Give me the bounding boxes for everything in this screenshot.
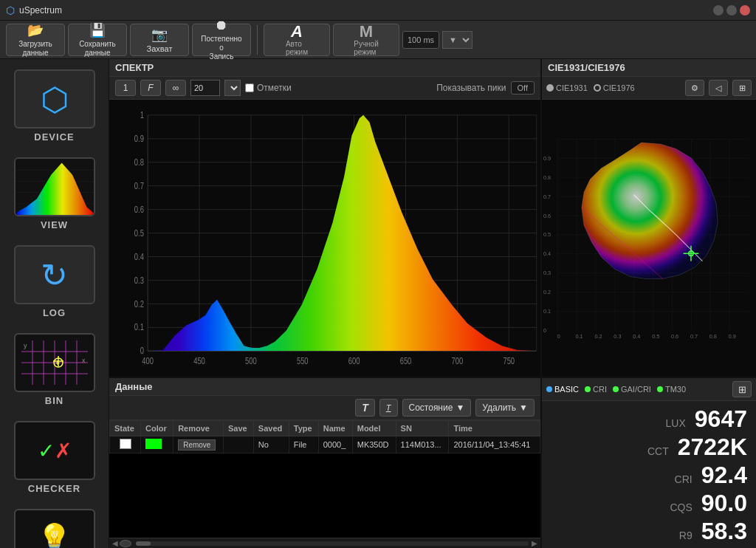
svg-text:0.4: 0.4 — [134, 251, 144, 261]
cri-value: 92.4 — [701, 463, 747, 487]
peaks-toggle[interactable]: Off — [511, 81, 535, 95]
marks-label: Отметки — [257, 83, 292, 93]
scroll-right-arrow[interactable]: ▶ — [532, 539, 537, 547]
measurements-values: LUX 9647 CCT 2722K CRI 92.4 CQS 90.0 — [542, 401, 756, 548]
minimize-button[interactable] — [713, 5, 724, 16]
maximize-button[interactable] — [726, 5, 737, 16]
svg-text:0.7: 0.7 — [690, 333, 698, 340]
col-state: State — [110, 421, 141, 436]
spec-btn-f[interactable]: F — [140, 80, 161, 96]
cie-tool-btn-3[interactable]: ⊞ — [732, 80, 752, 96]
cie1931-label[interactable]: CIE1931 — [546, 83, 588, 92]
remove-button[interactable]: Remove — [178, 439, 216, 451]
meas-tool-button[interactable]: ⊞ — [732, 381, 752, 397]
state-dropdown-btn[interactable]: Состояние ▼ — [402, 399, 472, 417]
svg-text:0.2: 0.2 — [134, 298, 144, 309]
spec-value-input[interactable] — [190, 80, 220, 96]
sidebar-item-bin[interactable]: + x y BIN — [7, 329, 103, 411]
spec-btn-1[interactable]: 1 — [115, 80, 136, 96]
sidebar-item-checker[interactable]: ✓ ✗ CHECKER — [7, 417, 103, 499]
spec-range-select[interactable] — [224, 80, 241, 96]
manual-mode-letter: M — [360, 24, 373, 40]
td-time: 2016/11/04_13:45:41 — [449, 436, 540, 453]
svg-text:+: + — [55, 359, 60, 367]
floppy-icon: 💾 — [89, 22, 106, 38]
td-type: File — [289, 436, 318, 453]
td-remove[interactable]: Remove — [173, 436, 224, 453]
data-title: Данные — [109, 378, 540, 396]
bin-icon-box: + x y — [14, 333, 95, 392]
save-data-button[interactable]: 💾 Сохранитьданные — [68, 24, 127, 56]
cie-tool-btn-1[interactable]: ⚙ — [685, 80, 704, 96]
checker-icon-box: ✓ ✗ — [14, 421, 95, 480]
sidebar-item-transmit[interactable]: 💡 TRANSMIT — [7, 504, 103, 548]
manual-mode-button[interactable]: M Ручнойрежим — [333, 24, 399, 56]
tab-cri[interactable]: CRI — [585, 385, 607, 394]
cie-chart: 0 0.1 0.2 0.3 0.4 0.5 0.6 0.7 0.8 0.9 0 … — [542, 100, 756, 377]
svg-text:0.6: 0.6 — [134, 204, 144, 214]
auto-mode-label: Авторежим — [286, 40, 308, 56]
svg-text:0.4: 0.4 — [633, 333, 640, 340]
cri-label: CRI — [663, 473, 693, 485]
tab-tm30[interactable]: TM30 — [657, 385, 686, 394]
svg-text:x: x — [82, 357, 86, 364]
load-data-button[interactable]: 📂 Загрузитьданные — [6, 24, 65, 56]
close-button[interactable] — [740, 5, 750, 16]
tab-gaicri[interactable]: GAI/CRI — [613, 385, 651, 394]
svg-text:y: y — [24, 342, 27, 349]
folder-icon: 📂 — [27, 22, 44, 38]
svg-text:0.6: 0.6 — [671, 333, 678, 340]
cie1976-label[interactable]: CIE1976 — [594, 83, 635, 92]
svg-text:650: 650 — [400, 356, 412, 366]
measurements-panel: BASIC CRI GAI/CRI TM30 ⊞ — [542, 378, 756, 548]
r9-label: R9 — [663, 530, 693, 541]
save-data-label: Сохранитьданные — [79, 40, 116, 58]
record-button[interactable]: ⏺ ПостепеннооЗапись — [192, 24, 251, 56]
cie-panel: CIE1931/CIE1976 CIE1931 CIE1976 ⚙ ◁ — [542, 59, 756, 377]
scroll-left-arrow[interactable]: ◀ — [112, 539, 118, 547]
svg-text:550: 550 — [297, 356, 309, 366]
log-refresh-icon: ↻ — [41, 256, 68, 294]
sidebar-item-log[interactable]: ↻ LOG — [7, 241, 103, 323]
svg-text:400: 400 — [142, 356, 154, 366]
view-icon-box — [14, 157, 95, 216]
delete-dropdown-btn[interactable]: Удалить ▼ — [475, 399, 535, 417]
cie-tool-btn-2[interactable]: ◁ — [709, 80, 728, 96]
titlebar: ⬡ uSpectrum — [0, 0, 756, 21]
cri-tab-dot — [585, 386, 591, 392]
data-panel: Данные T T Состояние ▼ Удалить ▼ — [109, 378, 542, 548]
marks-checkbox[interactable] — [245, 83, 254, 92]
auto-mode-button[interactable]: A Авторежим — [264, 24, 330, 56]
td-saved: No — [253, 436, 289, 453]
svg-text:0.5: 0.5 — [652, 333, 659, 340]
text-format-btn-2[interactable]: T — [379, 399, 398, 417]
tab-basic[interactable]: BASIC — [546, 385, 579, 394]
time-display: 100 ms — [402, 31, 439, 49]
svg-text:0.4: 0.4 — [543, 250, 551, 257]
cie1931-radio[interactable] — [546, 84, 554, 92]
time-value: 100 ms — [408, 35, 434, 44]
sidebar-item-view[interactable]: VIEW — [7, 153, 103, 235]
basic-tab-label: BASIC — [554, 385, 579, 394]
svg-text:0.5: 0.5 — [543, 231, 551, 238]
table-row[interactable]: Remove No File 0000_ MK350D 114M013... 2… — [110, 436, 540, 453]
device-icon-box: ⬡ — [14, 69, 95, 129]
state-label: Состояние — [409, 403, 453, 413]
scroll-home-btn[interactable] — [120, 540, 131, 547]
scroll-thumb[interactable] — [136, 541, 151, 546]
camera-icon: 📷 — [151, 27, 168, 43]
capture-button[interactable]: 📷 Захват — [130, 24, 189, 56]
text-format-btn-1[interactable]: T — [355, 399, 375, 417]
cie1976-radio[interactable] — [594, 84, 601, 92]
svg-text:0.2: 0.2 — [594, 333, 602, 340]
spectrum-chart: 1 0.9 0.8 0.7 0.6 0.5 0.4 0.3 0.2 0.1 0 … — [109, 100, 540, 377]
app-name: uSpectrum — [19, 5, 62, 16]
svg-text:0.5: 0.5 — [134, 227, 144, 238]
spectrum-title: СПЕКТР — [109, 59, 540, 77]
device-label: DEVICE — [34, 131, 74, 143]
sidebar-item-device[interactable]: ⬡ DEVICE — [7, 65, 103, 147]
time-dropdown[interactable]: ▼ — [442, 31, 472, 49]
spec-btn-inf[interactable]: ∞ — [165, 80, 186, 96]
svg-text:500: 500 — [245, 356, 257, 366]
svg-text:0.3: 0.3 — [543, 270, 551, 276]
